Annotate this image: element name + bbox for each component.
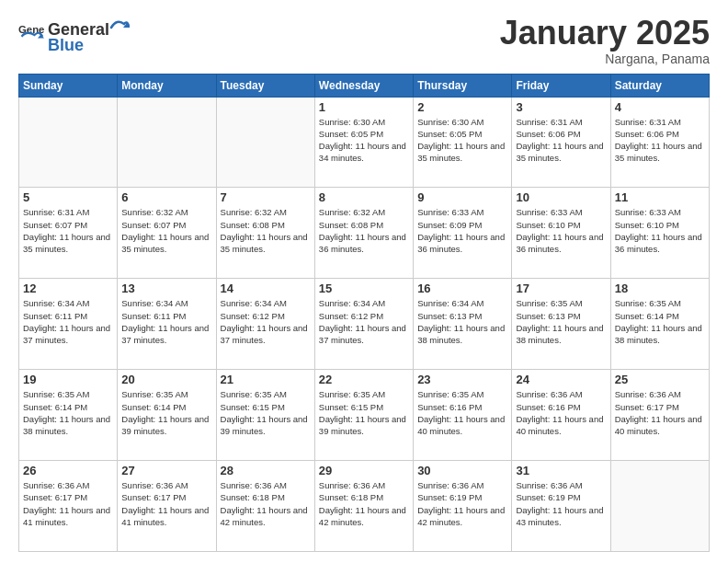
day-info: Sunrise: 6:33 AMSunset: 6:09 PMDaylight:…: [417, 207, 505, 254]
day-number: 28: [221, 464, 311, 477]
day-info: Sunrise: 6:34 AMSunset: 6:11 PMDaylight:…: [121, 298, 209, 345]
page: General General Blue January 2025 Nargan…: [0, 0, 728, 563]
day-number: 7: [221, 190, 311, 204]
logo-icon: General: [18, 22, 44, 48]
day-number: 6: [121, 190, 211, 204]
day-info: Sunrise: 6:30 AMSunset: 6:05 PMDaylight:…: [319, 117, 406, 164]
day-info: Sunrise: 6:36 AMSunset: 6:17 PMDaylight:…: [121, 480, 209, 527]
calendar-header-row: SundayMondayTuesdayWednesdayThursdayFrid…: [19, 74, 710, 97]
day-number: 18: [615, 282, 705, 295]
calendar-day-cell: 14 Sunrise: 6:34 AMSunset: 6:12 PMDaylig…: [216, 279, 314, 370]
calendar-day-cell: 12 Sunrise: 6:34 AMSunset: 6:11 PMDaylig…: [19, 279, 118, 370]
day-number: 8: [319, 190, 409, 204]
calendar-day-cell: [216, 97, 314, 188]
day-number: 1: [319, 100, 409, 114]
day-info: Sunrise: 6:33 AMSunset: 6:10 PMDaylight:…: [516, 207, 603, 254]
day-number: 17: [516, 282, 606, 295]
calendar-day-cell: 6 Sunrise: 6:32 AMSunset: 6:07 PMDayligh…: [118, 188, 216, 279]
day-number: 4: [615, 100, 705, 114]
weekday-header: Friday: [512, 74, 610, 97]
calendar-day-cell: 17 Sunrise: 6:35 AMSunset: 6:13 PMDaylig…: [512, 279, 610, 370]
calendar-day-cell: 8 Sunrise: 6:32 AMSunset: 6:08 PMDayligh…: [314, 188, 413, 279]
calendar-day-cell: 24 Sunrise: 6:36 AMSunset: 6:16 PMDaylig…: [512, 370, 610, 461]
day-number: 13: [121, 282, 211, 295]
calendar-table: SundayMondayTuesdayWednesdayThursdayFrid…: [18, 74, 710, 552]
calendar-day-cell: 23 Sunrise: 6:35 AMSunset: 6:16 PMDaylig…: [414, 370, 512, 461]
day-info: Sunrise: 6:35 AMSunset: 6:14 PMDaylight:…: [615, 298, 702, 345]
calendar-day-cell: 3 Sunrise: 6:31 AMSunset: 6:06 PMDayligh…: [512, 97, 610, 188]
day-info: Sunrise: 6:35 AMSunset: 6:13 PMDaylight:…: [516, 298, 603, 345]
day-info: Sunrise: 6:36 AMSunset: 6:19 PMDaylight:…: [417, 480, 505, 527]
calendar-day-cell: [118, 97, 216, 188]
day-info: Sunrise: 6:31 AMSunset: 6:06 PMDaylight:…: [615, 117, 702, 164]
day-number: 26: [23, 464, 113, 477]
day-number: 5: [23, 190, 113, 204]
calendar-day-cell: 11 Sunrise: 6:33 AMSunset: 6:10 PMDaylig…: [610, 188, 709, 279]
day-number: 29: [319, 464, 409, 477]
calendar-day-cell: 9 Sunrise: 6:33 AMSunset: 6:09 PMDayligh…: [414, 188, 512, 279]
weekday-header: Thursday: [414, 74, 512, 97]
day-number: 3: [516, 100, 606, 114]
weekday-header: Sunday: [19, 74, 118, 97]
calendar-day-cell: 21 Sunrise: 6:35 AMSunset: 6:15 PMDaylig…: [216, 370, 314, 461]
day-info: Sunrise: 6:32 AMSunset: 6:07 PMDaylight:…: [121, 207, 209, 254]
day-info: Sunrise: 6:31 AMSunset: 6:07 PMDaylight:…: [23, 207, 110, 254]
day-info: Sunrise: 6:34 AMSunset: 6:12 PMDaylight:…: [319, 298, 406, 345]
day-info: Sunrise: 6:30 AMSunset: 6:05 PMDaylight:…: [417, 117, 505, 164]
calendar-day-cell: 10 Sunrise: 6:33 AMSunset: 6:10 PMDaylig…: [512, 188, 610, 279]
day-number: 11: [615, 190, 705, 204]
day-info: Sunrise: 6:32 AMSunset: 6:08 PMDaylight:…: [221, 207, 308, 254]
logo: General General Blue: [18, 15, 130, 55]
day-info: Sunrise: 6:35 AMSunset: 6:14 PMDaylight:…: [121, 389, 209, 436]
calendar-day-cell: 29 Sunrise: 6:36 AMSunset: 6:18 PMDaylig…: [314, 461, 413, 552]
logo-arrow-icon: [109, 15, 130, 35]
day-info: Sunrise: 6:32 AMSunset: 6:08 PMDaylight:…: [319, 207, 406, 254]
day-info: Sunrise: 6:35 AMSunset: 6:16 PMDaylight:…: [417, 389, 505, 436]
day-number: 21: [221, 373, 311, 386]
day-info: Sunrise: 6:34 AMSunset: 6:13 PMDaylight:…: [417, 298, 505, 345]
weekday-header: Tuesday: [216, 74, 314, 97]
calendar-day-cell: 27 Sunrise: 6:36 AMSunset: 6:17 PMDaylig…: [118, 461, 216, 552]
location: Nargana, Panama: [500, 52, 710, 66]
day-info: Sunrise: 6:35 AMSunset: 6:15 PMDaylight:…: [221, 389, 308, 436]
calendar-day-cell: 25 Sunrise: 6:36 AMSunset: 6:17 PMDaylig…: [610, 370, 709, 461]
calendar-day-cell: 28 Sunrise: 6:36 AMSunset: 6:18 PMDaylig…: [216, 461, 314, 552]
day-number: 20: [121, 373, 211, 386]
calendar-week-row: 12 Sunrise: 6:34 AMSunset: 6:11 PMDaylig…: [19, 279, 710, 370]
day-info: Sunrise: 6:36 AMSunset: 6:19 PMDaylight:…: [516, 480, 603, 527]
calendar-day-cell: 26 Sunrise: 6:36 AMSunset: 6:17 PMDaylig…: [19, 461, 118, 552]
calendar-day-cell: 13 Sunrise: 6:34 AMSunset: 6:11 PMDaylig…: [118, 279, 216, 370]
day-number: 16: [417, 282, 507, 295]
weekday-header: Wednesday: [314, 74, 413, 97]
day-info: Sunrise: 6:35 AMSunset: 6:15 PMDaylight:…: [319, 389, 406, 436]
day-number: 2: [417, 100, 507, 114]
day-number: 30: [417, 464, 507, 477]
calendar-day-cell: [19, 97, 118, 188]
calendar-week-row: 19 Sunrise: 6:35 AMSunset: 6:14 PMDaylig…: [19, 370, 710, 461]
calendar-day-cell: 16 Sunrise: 6:34 AMSunset: 6:13 PMDaylig…: [414, 279, 512, 370]
calendar-day-cell: 15 Sunrise: 6:34 AMSunset: 6:12 PMDaylig…: [314, 279, 413, 370]
calendar-week-row: 5 Sunrise: 6:31 AMSunset: 6:07 PMDayligh…: [19, 188, 710, 279]
day-number: 19: [23, 373, 113, 386]
header: General General Blue January 2025 Nargan…: [18, 15, 710, 66]
day-info: Sunrise: 6:31 AMSunset: 6:06 PMDaylight:…: [516, 117, 603, 164]
calendar-day-cell: 19 Sunrise: 6:35 AMSunset: 6:14 PMDaylig…: [19, 370, 118, 461]
day-info: Sunrise: 6:36 AMSunset: 6:17 PMDaylight:…: [615, 389, 702, 436]
day-info: Sunrise: 6:33 AMSunset: 6:10 PMDaylight:…: [615, 207, 702, 254]
day-number: 15: [319, 282, 409, 295]
day-number: 12: [23, 282, 113, 295]
logo-text: General Blue: [48, 15, 130, 55]
day-number: 14: [221, 282, 311, 295]
calendar-day-cell: 18 Sunrise: 6:35 AMSunset: 6:14 PMDaylig…: [610, 279, 709, 370]
weekday-header: Saturday: [610, 74, 709, 97]
month-title: January 2025: [500, 15, 710, 52]
day-info: Sunrise: 6:34 AMSunset: 6:11 PMDaylight:…: [23, 298, 110, 345]
calendar-day-cell: 5 Sunrise: 6:31 AMSunset: 6:07 PMDayligh…: [19, 188, 118, 279]
day-number: 31: [516, 464, 606, 477]
calendar-day-cell: 31 Sunrise: 6:36 AMSunset: 6:19 PMDaylig…: [512, 461, 610, 552]
title-block: January 2025 Nargana, Panama: [500, 15, 710, 66]
day-number: 24: [516, 373, 606, 386]
day-number: 25: [615, 373, 705, 386]
calendar-day-cell: 1 Sunrise: 6:30 AMSunset: 6:05 PMDayligh…: [314, 97, 413, 188]
day-info: Sunrise: 6:34 AMSunset: 6:12 PMDaylight:…: [221, 298, 308, 345]
